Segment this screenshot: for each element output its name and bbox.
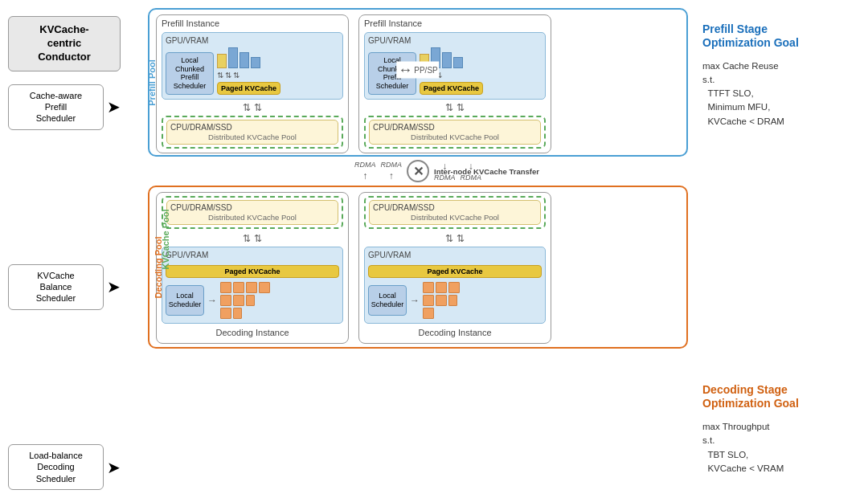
decode-2-local-row: LocalScheduler → — [368, 282, 542, 319]
prefill-annotation: Prefill StageOptimization Goal max Cache… — [702, 22, 857, 129]
prefill-2-gpu-inner: LocalChunkedPrefillScheduler — [368, 47, 542, 95]
decoding-annotation-text: max Throughput s.t. TBT SLO, KVCache < V… — [702, 420, 857, 476]
decoding-instances-row: CPU/DRAM/SSD Distributed KVCache Pool ⇅ … — [156, 192, 680, 344]
ppsp-connector: ↔ PP/SP — [396, 62, 439, 79]
prefill-1-kvcache-border: CPU/DRAM/SSD Distributed KVCache Pool — [162, 116, 343, 149]
load-balance-scheduler: Load-balanceDecodingScheduler — [8, 444, 104, 490]
decode-2-token-row-1 — [423, 282, 460, 293]
decode-1-distributed-label: Distributed KVCache Pool — [170, 213, 334, 222]
arrow-decoding: ➤ — [107, 458, 121, 477]
inter-node-circle: ✕ Inter-node KVCache Transfer — [407, 160, 429, 182]
decode-2-instance-label: Decoding Instance — [364, 328, 546, 337]
token-2-1 — [423, 282, 434, 293]
prefill-1-bar-group — [217, 47, 260, 68]
prefill-2-distributed-label: Distributed KVCache Pool — [373, 133, 537, 141]
token-2-7 — [423, 308, 434, 319]
prefill-instances-row: ↔ PP/SP Prefill Instance GPU/VRAM — [156, 14, 680, 153]
rdma-left-pair2: RDMA ↑ — [381, 161, 403, 182]
decode-1-kvcache-border: CPU/DRAM/SSD Distributed KVCache Pool — [162, 196, 343, 229]
arrow-prefill: ➤ — [107, 97, 121, 116]
decode-2-local-arrow: → — [410, 295, 420, 306]
token-2-4 — [423, 295, 434, 306]
ppsp-label: PP/SP — [414, 66, 437, 75]
decode-2-gpu-area: GPU/VRAM Paged KVCache LocalScheduler → — [364, 247, 546, 324]
prefill-1-paged-kvcache: Paged KVCache — [217, 82, 280, 95]
prefill-1-gpu-label: GPU/VRAM — [166, 36, 339, 45]
bar-yellow-1 — [217, 54, 227, 68]
decode-1-local-row: LocalScheduler → — [166, 282, 339, 319]
inter-node-label: Inter-node KVCache Transfer — [434, 167, 539, 176]
decoding-annotation: Decoding StageOptimization Goal max Thro… — [702, 383, 857, 476]
decode-2-token-row-3 — [423, 308, 460, 319]
token-2-2 — [436, 282, 447, 293]
main-container: KVCache- centric Conductor Cache-awarePr… — [0, 0, 868, 498]
decode-1-cpu-area: CPU/DRAM/SSD Distributed KVCache Pool — [166, 200, 338, 225]
kvcache-balance-scheduler: KVCacheBalanceScheduler — [8, 264, 104, 310]
token-1-6 — [233, 295, 244, 306]
prefill-2-cpu-label: CPU/DRAM/SSD — [373, 123, 537, 132]
bar-blue-5 — [442, 52, 452, 68]
prefill-2-gpu-label: GPU/VRAM — [368, 36, 542, 45]
decode-2-cpu-area: CPU/DRAM/SSD Distributed KVCache Pool — [369, 200, 541, 225]
token-1-1 — [220, 282, 231, 293]
prefill-2-vert-arrows: ⇅ ⇅ — [364, 102, 546, 113]
kvcache-pool-label: KVCache Pool — [161, 209, 170, 269]
prefill-1-cpu-area: CPU/DRAM/SSD Distributed KVCache Pool — [166, 120, 338, 145]
prefill-instance-1-label: Prefill Instance — [162, 18, 343, 28]
decode-2-token-row-2 — [423, 295, 460, 306]
prefill-2-cpu-area: CPU/DRAM/SSD Distributed KVCache Pool — [369, 120, 541, 145]
bar-blue-2 — [240, 52, 249, 68]
prefill-instance-1: Prefill Instance GPU/VRAM LocalChunkedPr… — [156, 14, 349, 153]
token-1-7 — [246, 295, 255, 306]
rdma-arrow-2: ↑ — [389, 170, 394, 182]
decode-2-paged-kvcache: Paged KVCache — [368, 265, 542, 278]
cache-aware-scheduler: Cache-awarePrefillScheduler — [8, 84, 104, 130]
token-1-5 — [220, 295, 231, 306]
prefill-1-arrow-row: ⇅ ⇅ ⇅ — [217, 71, 240, 80]
prefill-1-distributed-label: Distributed KVCache Pool — [170, 133, 334, 141]
token-2-5 — [436, 295, 447, 306]
left-sidebar: KVCache- centric Conductor Cache-awarePr… — [8, 8, 121, 490]
token-2-6 — [448, 295, 457, 306]
decode-1-token-row-3 — [220, 308, 270, 319]
decode-1-gpu-area: GPU/VRAM Paged KVCache LocalScheduler → — [162, 247, 343, 324]
prefill-2-kvcache-border: CPU/DRAM/SSD Distributed KVCache Pool — [364, 116, 546, 149]
decode-1-local-scheduler: LocalScheduler — [166, 285, 204, 316]
prefill-pool: Prefill Pool ↔ PP/SP Prefill Instance — [148, 8, 688, 157]
prefill-annotation-title: Prefill StageOptimization Goal — [702, 22, 857, 50]
token-1-9 — [233, 308, 242, 319]
decode-1-paged-kvcache: Paged KVCache — [166, 265, 339, 278]
prefill-instance-2-label: Prefill Instance — [364, 18, 546, 28]
decode-1-gpu-label: GPU/VRAM — [166, 251, 339, 259]
decoding-instance-2: CPU/DRAM/SSD Distributed KVCache Pool ⇅ … — [358, 192, 551, 344]
decode-1-token-bars — [220, 282, 270, 319]
rdma-left-pair: RDMA ↑ — [354, 161, 376, 182]
decode-2-distributed-label: Distributed KVCache Pool — [373, 213, 537, 222]
decode-1-local-arrow: → — [207, 295, 217, 306]
token-1-3 — [246, 282, 257, 293]
decode-1-token-row-2 — [220, 295, 270, 306]
decode-1-vert-arrows: ⇅ ⇅ — [162, 233, 343, 244]
bar-blue-1 — [228, 47, 238, 68]
decode-1-instance-label: Decoding Instance — [162, 328, 343, 337]
prefill-1-chunked-scheduler: LocalChunkedPrefillScheduler — [166, 52, 214, 95]
rdma-label-1: RDMA — [354, 161, 376, 169]
prefill-1-gpu-inner: LocalChunkedPrefillScheduler — [166, 47, 339, 95]
center-right: Prefill Pool ↔ PP/SP Prefill Instance — [125, 8, 860, 490]
prefill-1-gpu-area: GPU/VRAM LocalChunkedPrefillScheduler — [162, 32, 343, 100]
decode-2-token-bars — [423, 282, 460, 319]
rdma-label-2: RDMA — [381, 161, 403, 169]
decode-2-gpu-label: GPU/VRAM — [368, 251, 542, 259]
decode-2-kvcache-border: CPU/DRAM/SSD Distributed KVCache Pool — [364, 196, 546, 229]
prefill-annotation-text: max Cache Reuse s.t. TTFT SLO, Minimum M… — [702, 59, 857, 129]
token-2-3 — [448, 282, 460, 293]
decoding-annotation-title: Decoding StageOptimization Goal — [702, 383, 857, 410]
prefill-1-kv-bars: ⇅ ⇅ ⇅ Paged KVCache — [217, 47, 280, 95]
inter-node-section: RDMA ↑ RDMA ↑ ✕ Inter-node KVCache Trans… — [148, 157, 688, 186]
decoding-pool: Decoding Pool CPU/DRAM/SSD Distributed K… — [148, 186, 688, 349]
token-1-8 — [220, 308, 231, 319]
rdma-arrow-1: ↑ — [362, 170, 367, 182]
decode-2-local-scheduler: LocalScheduler — [368, 285, 407, 316]
prefill-pool-label: Prefill Pool — [147, 59, 157, 105]
rdma-row: RDMA ↑ RDMA ↑ ✕ Inter-node KVCache Trans… — [354, 160, 481, 182]
